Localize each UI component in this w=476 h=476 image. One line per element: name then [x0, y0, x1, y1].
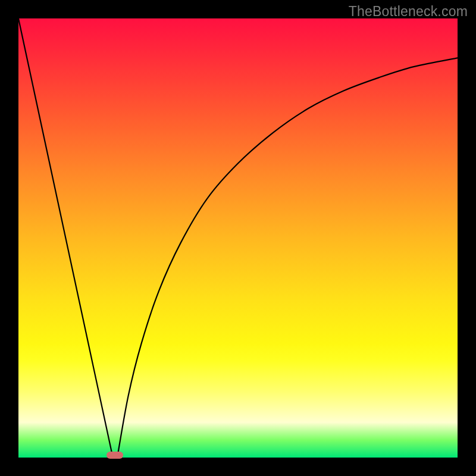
chart-lines [18, 18, 458, 458]
watermark-text: TheBottleneck.com [349, 4, 468, 20]
minimum-marker [107, 452, 123, 459]
plot-area [18, 18, 458, 458]
chart-frame: TheBottleneck.com [0, 0, 476, 476]
left-line [18, 18, 113, 458]
right-curve [117, 58, 458, 458]
